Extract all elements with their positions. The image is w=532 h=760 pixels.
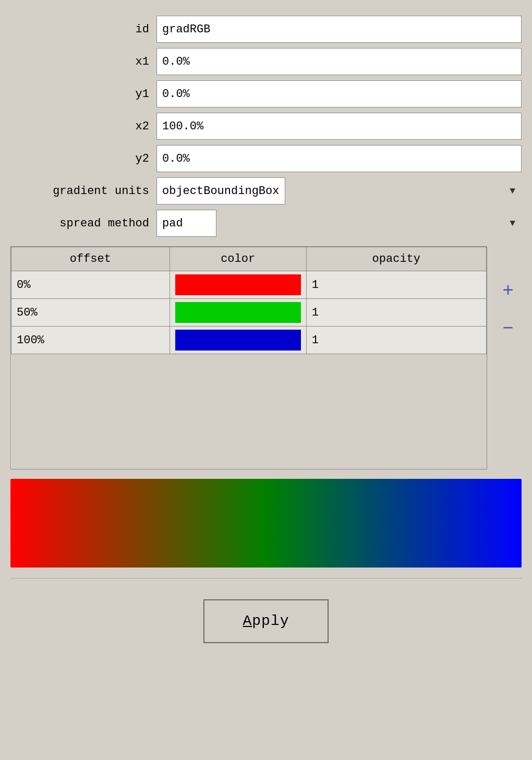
gradient-units-label: gradient units	[10, 185, 156, 198]
gradient-units-select[interactable]: objectBoundingBox userSpaceOnUse	[156, 177, 285, 204]
y1-row: y1	[10, 80, 522, 107]
gradient-units-row: gradient units objectBoundingBox userSpa…	[10, 177, 522, 204]
apply-button[interactable]: Apply	[203, 599, 329, 643]
gradient-editor-form: id x1 y1 x2 y2 gradient units objectBoun…	[10, 16, 522, 648]
x1-row: x1	[10, 48, 522, 75]
x1-input[interactable]	[156, 48, 522, 75]
opacity-cell: 1	[306, 327, 486, 354]
color-cell[interactable]	[170, 299, 306, 327]
opacity-cell: 1	[306, 299, 486, 327]
x1-label: x1	[10, 55, 156, 68]
gradient-units-select-wrapper: objectBoundingBox userSpaceOnUse	[156, 177, 522, 204]
y2-input[interactable]	[156, 145, 522, 172]
table-row: 0% 1	[11, 271, 487, 299]
id-input[interactable]	[156, 16, 522, 43]
color-stops-table: offset color opacity 0% 1 50%	[11, 247, 487, 469]
color-cell[interactable]	[170, 327, 306, 354]
y1-input[interactable]	[156, 80, 522, 107]
table-row: 100% 1	[11, 327, 487, 354]
color-swatch-red[interactable]	[175, 274, 301, 295]
col-header-offset: offset	[11, 247, 170, 271]
apply-container: Apply	[10, 589, 522, 648]
x2-input[interactable]	[156, 113, 522, 140]
color-stops-table-wrapper: offset color opacity 0% 1 50%	[10, 246, 487, 469]
spread-method-select[interactable]: pad reflect repeat	[156, 210, 216, 237]
offset-cell: 0%	[11, 271, 170, 299]
col-header-color: color	[170, 247, 306, 271]
color-swatch-blue[interactable]	[175, 330, 301, 351]
x2-label: x2	[10, 120, 156, 133]
spread-method-select-wrapper: pad reflect repeat	[156, 210, 522, 237]
col-header-opacity: opacity	[306, 247, 486, 271]
gradient-preview	[10, 479, 522, 568]
id-label: id	[10, 23, 156, 36]
id-row: id	[10, 16, 522, 43]
offset-cell: 100%	[11, 327, 170, 354]
spread-method-label: spread method	[10, 217, 156, 230]
color-cell[interactable]	[170, 271, 306, 299]
table-action-buttons: + −	[487, 246, 522, 342]
add-stop-button[interactable]: +	[494, 278, 522, 305]
y2-row: y2	[10, 145, 522, 172]
table-row: 50% 1	[11, 299, 487, 327]
x2-row: x2	[10, 113, 522, 140]
divider	[10, 578, 522, 578]
empty-row	[11, 354, 487, 469]
y1-label: y1	[10, 88, 156, 101]
y2-label: y2	[10, 152, 156, 165]
apply-button-rest: pply	[252, 613, 289, 629]
color-stops-section: offset color opacity 0% 1 50%	[10, 246, 522, 469]
spread-method-row: spread method pad reflect repeat	[10, 210, 522, 237]
remove-stop-button[interactable]: −	[494, 315, 522, 342]
color-swatch-green[interactable]	[175, 302, 301, 323]
offset-cell: 50%	[11, 299, 170, 327]
opacity-cell: 1	[306, 271, 486, 299]
apply-underline-char: A	[243, 613, 252, 629]
